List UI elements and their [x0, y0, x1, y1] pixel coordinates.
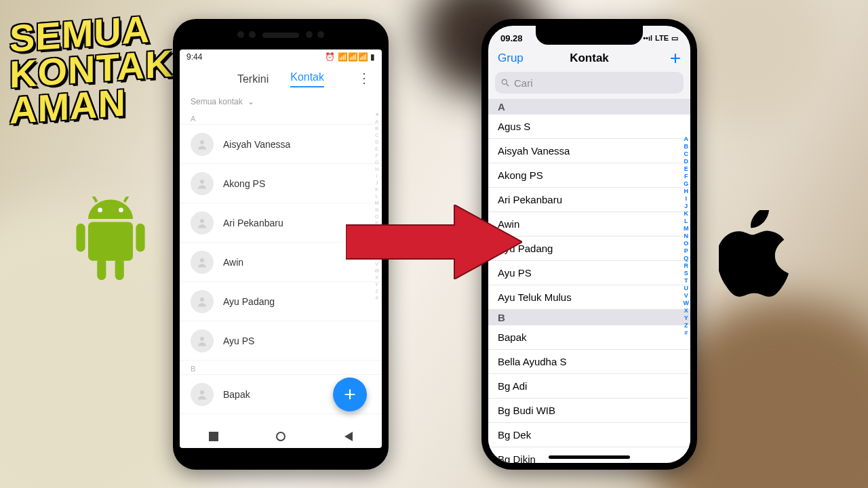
contact-name: Ayu PS [223, 336, 254, 346]
status-icons: ••ıl LTE ▭ [643, 34, 678, 43]
thumbnail-title: SEMUA KONTAK AMAN [9, 9, 173, 129]
contact-name: Aisyah Vanessa [498, 145, 570, 157]
contact-name: Ari Pekanbaru [223, 218, 283, 228]
svg-point-8 [200, 140, 204, 144]
contact-filter[interactable]: Semua kontak ⌄ [180, 93, 382, 110]
status-icons: ⏰ 📶📶📶 ▮ [325, 52, 375, 62]
contact-name: Ayu Padang [223, 296, 275, 307]
contact-name: Bg Adi [498, 380, 527, 392]
svg-point-14 [200, 390, 204, 394]
contact-name: Bg Dikin [498, 453, 536, 465]
avatar-icon [191, 133, 214, 156]
transfer-arrow-icon [346, 205, 522, 279]
home-indicator[interactable] [549, 455, 630, 459]
chevron-down-icon: ⌄ [248, 97, 254, 106]
contact-name: Agus S [498, 121, 530, 132]
avatar-icon [191, 251, 214, 274]
section-header-a: A [180, 110, 382, 125]
contact-name: Bapak [498, 331, 527, 343]
iphone-notch [536, 24, 643, 45]
contact-row[interactable]: Bg Dek [488, 423, 690, 447]
contact-row[interactable]: Aisyah Vanessa [488, 139, 690, 163]
avatar-icon [191, 172, 214, 195]
contact-name: Aisyah Vanessa [223, 139, 290, 150]
android-tabs: Terkini Kontak ⋮ [180, 64, 382, 93]
svg-rect-3 [76, 224, 85, 252]
search-input[interactable]: Cari [495, 72, 684, 94]
contact-row[interactable]: Bg Budi WIB [488, 399, 690, 423]
status-time: 9:44 [186, 52, 202, 62]
contact-row[interactable]: Aisyah Vanessa [180, 125, 382, 164]
android-icon [73, 197, 148, 285]
contact-row[interactable]: Ayu Teluk Mulus [488, 285, 690, 310]
android-nav-bar [180, 425, 382, 448]
contact-name: Bg Budi WIB [498, 405, 555, 416]
contact-row[interactable]: Akong PS [488, 163, 690, 188]
title-line-3: AMAN [9, 81, 173, 129]
overflow-menu-icon[interactable]: ⋮ [357, 70, 371, 86]
contact-name: Akong PS [223, 178, 265, 189]
contact-row[interactable]: Bella Ayudha S [488, 350, 690, 374]
contact-name: Awin [223, 257, 243, 268]
svg-point-1 [119, 208, 123, 213]
section-header-b: B [180, 361, 382, 375]
contact-row[interactable]: Bg Adi [488, 374, 690, 399]
contact-row[interactable]: Akong PS [180, 164, 382, 203]
signal-icon: ••ıl [643, 34, 652, 42]
search-placeholder: Cari [514, 77, 533, 89]
contact-name: Bella Ayudha S [498, 356, 566, 367]
svg-rect-2 [88, 222, 133, 261]
battery-icon: ▭ [671, 34, 678, 43]
svg-rect-5 [97, 258, 106, 280]
svg-point-15 [502, 79, 507, 84]
contact-name: Bg Dek [498, 429, 531, 441]
filter-label: Semua kontak [191, 97, 243, 106]
add-contact-button[interactable]: + [670, 52, 681, 65]
carrier-label: LTE [655, 34, 669, 42]
svg-line-16 [507, 84, 509, 87]
svg-point-13 [200, 337, 204, 341]
avatar-icon [191, 211, 214, 235]
contact-name: Akong PS [498, 169, 543, 181]
ios-header: Grup Kontak + [488, 46, 690, 69]
tab-contacts[interactable]: Kontak [290, 71, 324, 87]
svg-point-11 [200, 258, 204, 262]
svg-point-0 [98, 208, 102, 213]
ios-contact-list[interactable]: A Agus S Aisyah Vanessa Akong PS Ari Pek… [488, 99, 690, 470]
contact-row[interactable]: Bapak [488, 325, 690, 350]
search-icon [500, 78, 510, 87]
svg-rect-4 [136, 224, 144, 252]
contact-row[interactable]: Ayu PS [180, 321, 382, 361]
avatar-icon [191, 329, 214, 352]
avatar-icon [191, 290, 214, 313]
apple-icon [719, 210, 793, 298]
add-contact-fab[interactable]: + [333, 378, 367, 411]
tab-recent[interactable]: Terkini [237, 73, 269, 85]
contact-name: Ayu Teluk Mulus [498, 291, 572, 303]
nav-home-icon[interactable] [276, 432, 285, 441]
nav-recents-icon[interactable] [209, 432, 218, 441]
contact-row[interactable]: Ayu Padang [180, 282, 382, 321]
contact-name: Bapak [223, 389, 250, 400]
android-status-bar: 9:44 ⏰ 📶📶📶 ▮ [180, 49, 382, 64]
svg-point-10 [200, 219, 204, 223]
svg-point-12 [200, 298, 204, 302]
section-header-b: B [488, 310, 690, 325]
section-header-a: A [488, 99, 690, 115]
groups-button[interactable]: Grup [498, 52, 524, 65]
avatar-icon [191, 383, 214, 406]
svg-point-9 [200, 180, 204, 184]
status-time: 09.28 [500, 33, 523, 43]
svg-rect-6 [115, 258, 124, 280]
svg-marker-7 [346, 205, 522, 279]
ios-alpha-index[interactable]: ABCDEFGHIJKLMNOPQRSTUVWXYZ# [684, 136, 690, 336]
nav-back-icon[interactable] [343, 432, 353, 441]
contact-name: Ari Pekanbaru [498, 194, 562, 205]
contact-row[interactable]: Agus S [488, 115, 690, 139]
